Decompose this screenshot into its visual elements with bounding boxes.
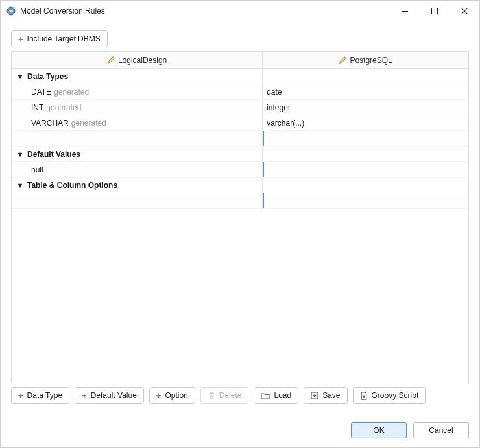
table-row-empty[interactable] xyxy=(12,193,468,209)
svg-rect-2 xyxy=(432,8,438,14)
table-row[interactable]: INT generated integer xyxy=(12,100,468,115)
app-icon xyxy=(6,6,16,16)
grid-header: LogicalDesign PostgreSQL xyxy=(12,52,468,69)
button-label: Default Value xyxy=(91,391,137,400)
source-default-label: null xyxy=(31,165,43,174)
col-header-left-label: LogicalDesign xyxy=(118,56,167,65)
table-row[interactable]: null xyxy=(12,162,468,178)
save-button[interactable]: Save xyxy=(304,387,347,404)
source-type-label: VARCHAR xyxy=(31,119,69,128)
ok-button[interactable]: OK xyxy=(351,422,407,438)
button-label: OK xyxy=(373,426,384,435)
target-type-label: date xyxy=(267,88,282,97)
plus-icon: + xyxy=(18,392,23,400)
load-button[interactable]: Load xyxy=(254,387,298,404)
grid-body[interactable]: ▼ Data Types DATE generated date INT xyxy=(12,69,468,383)
dialog-title: Model Conversion Rules xyxy=(20,6,105,16)
column-header-logical[interactable]: LogicalDesign xyxy=(12,52,263,68)
generated-badge: generated xyxy=(71,119,106,128)
button-label: Cancel xyxy=(429,426,453,435)
grid-action-bar: + Data Type + Default Value + Option Del… xyxy=(11,387,469,404)
column-header-target[interactable]: PostgreSQL xyxy=(263,52,468,68)
button-label: Groovy Script xyxy=(372,391,419,400)
section-row-data-types[interactable]: ▼ Data Types xyxy=(12,69,468,84)
include-target-dbms-button[interactable]: + Include Target DBMS xyxy=(11,30,108,47)
button-label: Data Type xyxy=(27,391,62,400)
table-row[interactable]: DATE generated date xyxy=(12,84,468,100)
rules-grid: LogicalDesign PostgreSQL ▼ Data xyxy=(11,51,469,383)
section-title: Data Types xyxy=(27,72,68,81)
include-target-dbms-label: Include Target DBMS xyxy=(27,34,101,43)
cancel-button[interactable]: Cancel xyxy=(413,422,469,438)
source-type-label: DATE xyxy=(31,88,51,97)
titlebar: Model Conversion Rules xyxy=(1,1,479,21)
window-minimize-button[interactable] xyxy=(390,1,420,21)
generated-badge: generated xyxy=(54,88,89,97)
add-option-button[interactable]: + Option xyxy=(149,387,195,404)
plus-icon: + xyxy=(82,392,87,400)
col-header-right-label: PostgreSQL xyxy=(350,56,392,65)
folder-icon xyxy=(261,392,270,399)
dialog-window: Model Conversion Rules + Include Target … xyxy=(0,0,480,448)
plus-icon: + xyxy=(156,392,162,400)
pencil-icon xyxy=(339,56,346,64)
section-title: Table & Column Options xyxy=(27,181,117,190)
button-label: Delete xyxy=(219,391,242,400)
button-label: Option xyxy=(165,391,187,400)
dialog-client-area: + Include Target DBMS LogicalDesign xyxy=(1,21,479,447)
table-row[interactable]: VARCHAR generated varchar(...) xyxy=(12,115,468,131)
section-row-default-values[interactable]: ▼ Default Values xyxy=(12,147,468,162)
save-icon xyxy=(311,392,318,399)
groovy-script-button[interactable]: Groovy Script xyxy=(353,387,426,404)
section-row-table-column-options[interactable]: ▼ Table & Column Options xyxy=(12,178,468,193)
pencil-icon xyxy=(107,56,115,64)
delete-button: Delete xyxy=(200,387,249,404)
dialog-button-row: OK Cancel xyxy=(11,408,469,438)
section-title: Default Values xyxy=(27,150,80,159)
expand-toggle-icon[interactable]: ▼ xyxy=(16,181,25,190)
source-type-label: INT xyxy=(31,103,43,112)
button-label: Save xyxy=(322,391,340,400)
window-maximize-button[interactable] xyxy=(420,1,450,21)
target-type-label: integer xyxy=(267,103,291,112)
svg-rect-1 xyxy=(402,11,408,12)
generated-badge: generated xyxy=(46,103,81,112)
add-data-type-button[interactable]: + Data Type xyxy=(11,387,69,404)
expand-toggle-icon[interactable]: ▼ xyxy=(16,72,25,81)
trash-icon xyxy=(208,392,215,400)
add-default-value-button[interactable]: + Default Value xyxy=(75,387,144,404)
target-type-label: varchar(...) xyxy=(267,119,304,128)
top-button-row: + Include Target DBMS xyxy=(11,30,469,47)
expand-toggle-icon[interactable]: ▼ xyxy=(16,150,25,159)
button-label: Load xyxy=(274,391,291,400)
script-icon xyxy=(360,392,368,400)
plus-icon: + xyxy=(18,35,23,43)
table-row-empty[interactable] xyxy=(12,131,468,147)
window-close-button[interactable] xyxy=(450,1,479,21)
